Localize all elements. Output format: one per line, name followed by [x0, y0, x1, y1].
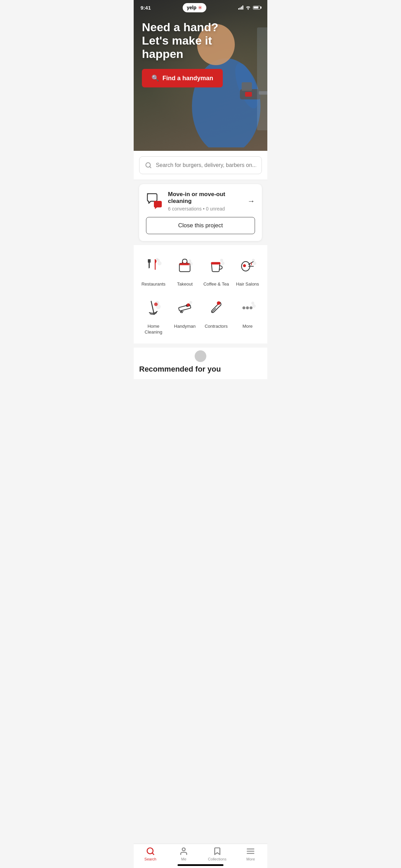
svg-line-29	[151, 301, 154, 314]
svg-point-21	[189, 262, 193, 266]
find-handyman-button[interactable]: 🔍 Find a handyman	[142, 69, 223, 87]
category-label: Hair Salons	[236, 281, 259, 287]
project-title: Move-in or move-out cleaning	[168, 191, 247, 205]
coffee-icon	[207, 257, 225, 275]
contractors-icon	[207, 299, 225, 317]
svg-point-35	[187, 303, 190, 306]
category-more[interactable]: More	[233, 296, 262, 335]
yelp-logo: yelp ✳	[183, 3, 206, 12]
yelp-burst-icon: ✳	[198, 4, 202, 11]
search-icon	[145, 161, 152, 169]
svg-rect-19	[180, 263, 190, 265]
signal-icon	[238, 5, 243, 10]
category-home-cleaning[interactable]: Home Cleaning	[139, 296, 168, 335]
status-time: 9:41	[141, 5, 151, 11]
category-handyman[interactable]: Handyman	[171, 296, 199, 335]
search-icon: 🔍	[151, 74, 159, 82]
svg-line-9	[150, 167, 151, 168]
status-icons	[238, 5, 260, 10]
recommended-section: Recommended for you	[134, 348, 267, 379]
category-label: Home Cleaning	[139, 324, 168, 335]
project-card: Move-in or move-out cleaning 6 conversat…	[139, 184, 262, 241]
svg-point-24	[221, 262, 224, 265]
svg-point-41	[250, 306, 253, 310]
recommended-heading: Recommended for you	[139, 365, 262, 379]
restaurants-icon	[145, 257, 162, 275]
handyman-icon	[176, 299, 194, 317]
category-label: Coffee & Tea	[203, 281, 229, 287]
category-label: Contractors	[205, 324, 228, 329]
yelp-logo-text: yelp	[187, 5, 196, 10]
svg-rect-11	[148, 259, 149, 263]
project-subtitle: 6 conversations • 0 unread	[168, 206, 247, 212]
svg-point-32	[154, 302, 157, 306]
category-restaurants[interactable]: Restaurants	[139, 253, 168, 287]
svg-point-23	[220, 259, 223, 262]
category-coffee[interactable]: Coffee & Tea	[202, 253, 231, 287]
svg-point-43	[252, 304, 256, 308]
svg-point-15	[157, 261, 161, 265]
find-handyman-label: Find a handyman	[162, 75, 213, 82]
more-dots-icon	[239, 299, 256, 317]
svg-line-38	[212, 309, 216, 312]
chat-bubble-2-icon	[153, 200, 163, 210]
svg-point-37	[217, 301, 220, 305]
search-input[interactable]	[156, 162, 256, 168]
battery-icon	[253, 6, 260, 10]
svg-point-16	[156, 258, 158, 260]
svg-point-39	[243, 306, 246, 310]
close-project-button[interactable]: Close this project	[146, 217, 255, 234]
scroll-indicator	[139, 348, 262, 365]
category-takeout[interactable]: Takeout	[171, 253, 199, 287]
hero-title: Need a hand? Let's make it happen	[142, 21, 221, 61]
svg-rect-6	[245, 92, 252, 97]
category-label: Handyman	[174, 324, 196, 329]
categories-section: Restaurants	[134, 245, 267, 343]
categories-grid: Restaurants	[139, 253, 262, 335]
status-bar: 9:41 yelp ✳	[134, 0, 267, 15]
project-header: Move-in or move-out cleaning 6 conversat…	[146, 191, 255, 212]
category-contractors[interactable]: Contractors	[202, 296, 231, 335]
svg-point-28	[253, 262, 256, 265]
svg-point-36	[189, 301, 192, 304]
svg-point-27	[252, 259, 255, 262]
svg-rect-22	[211, 262, 220, 265]
svg-point-40	[246, 306, 249, 310]
takeout-icon	[176, 257, 194, 275]
category-label: Restaurants	[142, 281, 166, 287]
project-chat-icons	[146, 192, 163, 210]
project-text: Move-in or move-out cleaning 6 conversat…	[168, 191, 247, 212]
home-cleaning-icon	[145, 299, 162, 317]
hero-content: Need a hand? Let's make it happen 🔍 Find…	[134, 21, 267, 87]
svg-rect-12	[149, 259, 150, 263]
svg-point-42	[252, 302, 255, 305]
svg-point-26	[243, 264, 246, 267]
search-bar[interactable]	[139, 156, 262, 174]
search-container	[134, 151, 267, 180]
category-label: Takeout	[177, 281, 193, 287]
hero-section: 9:41 yelp ✳	[134, 0, 267, 151]
wifi-icon	[245, 5, 251, 10]
category-hair-salons[interactable]: Hair Salons	[233, 253, 262, 287]
project-arrow-icon: →	[247, 197, 255, 206]
category-label: More	[242, 324, 253, 329]
project-info: Move-in or move-out cleaning 6 conversat…	[146, 191, 247, 212]
hair-salons-icon	[239, 257, 256, 275]
